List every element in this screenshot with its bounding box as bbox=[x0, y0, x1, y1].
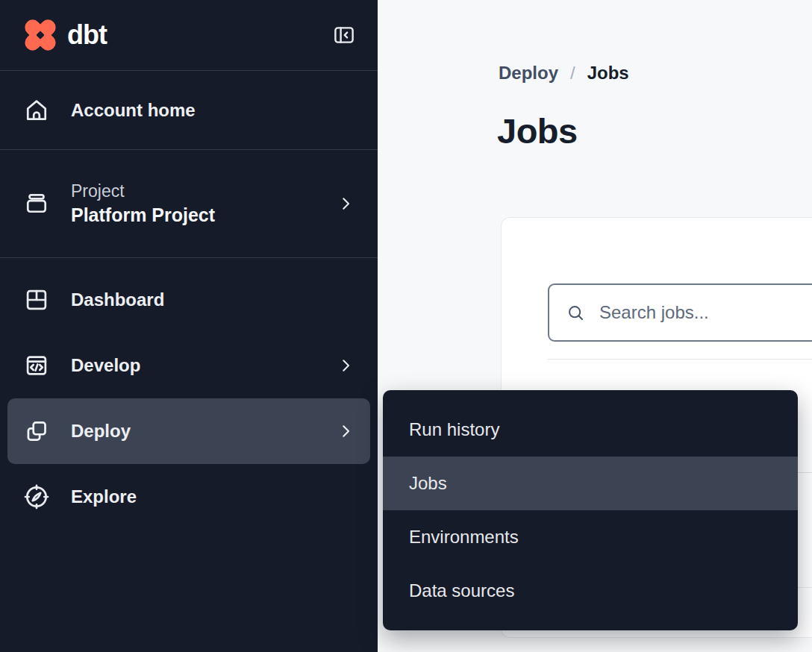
menu-item-environments[interactable]: Environments bbox=[383, 510, 798, 564]
breadcrumb-deploy-link[interactable]: Deploy bbox=[499, 63, 558, 84]
sidebar-item-project[interactable]: Project Platform Project bbox=[0, 150, 378, 258]
project-box-icon bbox=[22, 189, 51, 218]
dbt-logo-text: dbt bbox=[67, 19, 107, 51]
code-window-icon bbox=[22, 351, 51, 380]
sidebar-item-label: Deploy bbox=[71, 421, 131, 442]
compass-icon bbox=[22, 483, 51, 511]
project-label: Project bbox=[71, 181, 215, 201]
sidebar-item-deploy[interactable]: Deploy bbox=[7, 398, 370, 464]
sidebar-item-label: Develop bbox=[71, 355, 140, 376]
sidebar-item-label: Dashboard bbox=[71, 289, 164, 310]
search-icon bbox=[566, 303, 586, 323]
deploy-copy-icon bbox=[22, 417, 51, 445]
chevron-right-icon bbox=[336, 356, 355, 375]
home-icon bbox=[22, 96, 51, 125]
menu-item-jobs[interactable]: Jobs bbox=[383, 457, 798, 510]
breadcrumb: Deploy / Jobs bbox=[499, 63, 629, 84]
search-jobs-input[interactable] bbox=[598, 301, 812, 324]
sidebar-item-explore[interactable]: Explore bbox=[7, 464, 370, 530]
chevron-right-icon bbox=[336, 194, 355, 213]
sidebar-item-dashboard[interactable]: Dashboard bbox=[7, 267, 370, 333]
page-title: Jobs bbox=[497, 110, 578, 151]
panel-collapse-left-icon bbox=[331, 22, 357, 48]
menu-item-data-sources[interactable]: Data sources bbox=[383, 564, 798, 618]
project-texts: Project Platform Project bbox=[71, 181, 215, 226]
sidebar-item-label: Explore bbox=[71, 486, 137, 507]
dashboard-grid-icon bbox=[22, 286, 51, 314]
deploy-flyout-menu: Run history Jobs Environments Data sourc… bbox=[383, 390, 798, 630]
breadcrumb-current: Jobs bbox=[587, 63, 629, 84]
card-divider bbox=[548, 359, 812, 360]
sidebar-nav: Dashboard Develop bbox=[0, 258, 378, 530]
sidebar-item-label: Account home bbox=[71, 100, 196, 121]
project-name: Platform Project bbox=[71, 204, 215, 226]
search-box bbox=[548, 283, 812, 342]
sidebar-header: dbt bbox=[0, 0, 378, 71]
dbt-logo-icon bbox=[21, 16, 60, 54]
menu-item-run-history[interactable]: Run history bbox=[383, 403, 798, 457]
collapse-sidebar-button[interactable] bbox=[331, 22, 357, 48]
sidebar-item-develop[interactable]: Develop bbox=[7, 333, 370, 398]
sidebar: dbt Account home bbox=[0, 0, 378, 652]
sidebar-item-account-home[interactable]: Account home bbox=[0, 71, 378, 150]
chevron-right-icon bbox=[336, 421, 355, 441]
breadcrumb-separator: / bbox=[570, 63, 575, 84]
